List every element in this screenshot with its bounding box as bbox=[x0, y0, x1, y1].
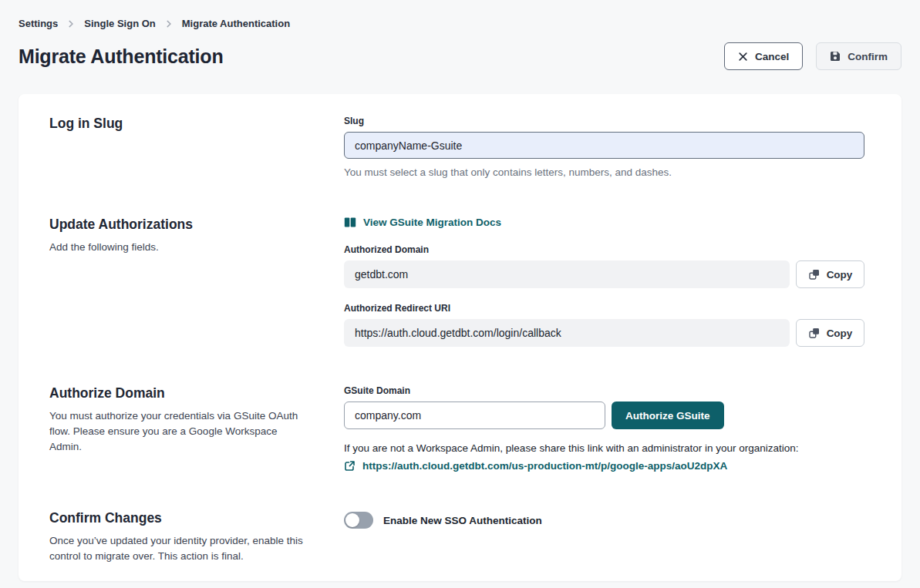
section-authorize-domain-left: Authorize Domain You must authorize your… bbox=[49, 385, 344, 472]
breadcrumb: Settings Single Sign On Migrate Authenti… bbox=[19, 18, 901, 29]
section-confirm-changes-right: Enable New SSO Authentication bbox=[344, 510, 864, 564]
workspace-admin-note: If you are not a Workspace Admin, please… bbox=[344, 442, 864, 454]
close-icon bbox=[738, 52, 748, 62]
gsuite-migration-docs-link[interactable]: View GSuite Migration Docs bbox=[344, 217, 501, 228]
external-link-icon bbox=[344, 460, 356, 472]
copy-button-label: Copy bbox=[827, 328, 853, 339]
section-confirm-changes-left: Confirm Changes Once you’ve updated your… bbox=[49, 510, 344, 564]
cancel-button-label: Cancel bbox=[755, 51, 789, 62]
cancel-button[interactable]: Cancel bbox=[724, 42, 803, 70]
section-heading: Update Authorizations bbox=[49, 217, 344, 233]
admin-share-link[interactable]: https://auth.cloud.getdbt.com/us-product… bbox=[362, 460, 727, 472]
migrate-authentication-page: Settings Single Sign On Migrate Authenti… bbox=[0, 0, 920, 581]
enable-sso-toggle-label: Enable New SSO Authentication bbox=[383, 515, 542, 526]
section-login-slug-right: Slug You must select a slug that only co… bbox=[344, 116, 864, 178]
section-heading: Authorize Domain bbox=[49, 385, 344, 402]
share-link-row: https://auth.cloud.getdbt.com/us-product… bbox=[344, 460, 864, 472]
authorized-domain-group: Authorized Domain getdbt.com Copy bbox=[344, 244, 864, 288]
section-login-slug: Log in Slug Slug You must select a slug … bbox=[49, 116, 864, 178]
slug-helper-text: You must select a slug that only contain… bbox=[344, 166, 864, 178]
copy-icon bbox=[808, 327, 821, 339]
copy-icon bbox=[808, 268, 821, 281]
enable-sso-toggle[interactable] bbox=[344, 512, 373, 529]
gsuite-domain-label: GSuite Domain bbox=[344, 385, 864, 396]
section-description: Once you’ve updated your identity provid… bbox=[49, 533, 310, 564]
copy-redirect-uri-button[interactable]: Copy bbox=[796, 319, 864, 347]
section-update-authorizations-right: View GSuite Migration Docs Authorized Do… bbox=[344, 217, 864, 347]
section-update-authorizations: Update Authorizations Add the following … bbox=[49, 217, 864, 347]
page-title: Migrate Authentication bbox=[19, 45, 224, 68]
section-login-slug-left: Log in Slug bbox=[49, 116, 344, 178]
redirect-uri-value: https://auth.cloud.getdbt.com/login/call… bbox=[344, 319, 790, 347]
section-authorize-domain-right: GSuite Domain Authorize GSuite If you ar… bbox=[344, 385, 864, 472]
breadcrumb-item-settings[interactable]: Settings bbox=[19, 18, 58, 29]
copy-authorized-domain-button[interactable]: Copy bbox=[796, 260, 864, 288]
gsuite-domain-input[interactable] bbox=[344, 402, 605, 429]
section-description: Add the following fields. bbox=[49, 240, 310, 255]
save-icon bbox=[830, 51, 841, 62]
section-description: You must authorize your credentials via … bbox=[49, 408, 310, 455]
section-authorize-domain: Authorize Domain You must authorize your… bbox=[49, 385, 864, 472]
authorized-domain-label: Authorized Domain bbox=[344, 244, 864, 255]
redirect-uri-label: Authorized Redirect URI bbox=[344, 303, 864, 314]
authorize-gsuite-button[interactable]: Authorize GSuite bbox=[612, 402, 724, 429]
confirm-button-label: Confirm bbox=[848, 51, 888, 62]
book-icon bbox=[344, 217, 356, 228]
slug-input[interactable] bbox=[344, 132, 864, 159]
section-confirm-changes: Confirm Changes Once you’ve updated your… bbox=[49, 510, 864, 564]
section-update-authorizations-left: Update Authorizations Add the following … bbox=[49, 217, 344, 347]
slug-label: Slug bbox=[344, 116, 864, 126]
header-actions: Cancel Confirm bbox=[724, 42, 901, 70]
gsuite-migration-docs-link-label: View GSuite Migration Docs bbox=[363, 217, 501, 228]
authorized-domain-value: getdbt.com bbox=[344, 260, 790, 288]
breadcrumb-item-single-sign-on[interactable]: Single Sign On bbox=[84, 18, 155, 29]
section-heading: Log in Slug bbox=[49, 116, 344, 132]
confirm-button[interactable]: Confirm bbox=[816, 42, 901, 70]
chevron-right-icon bbox=[66, 19, 76, 29]
redirect-uri-group: Authorized Redirect URI https://auth.clo… bbox=[344, 303, 864, 347]
breadcrumb-item-migrate-authentication: Migrate Authentication bbox=[182, 18, 290, 29]
settings-card: Log in Slug Slug You must select a slug … bbox=[19, 94, 901, 581]
copy-button-label: Copy bbox=[827, 269, 853, 281]
page-header: Migrate Authentication Cancel Confirm bbox=[19, 42, 901, 70]
toggle-knob bbox=[345, 513, 359, 527]
chevron-right-icon bbox=[164, 19, 174, 29]
section-heading: Confirm Changes bbox=[49, 510, 344, 526]
